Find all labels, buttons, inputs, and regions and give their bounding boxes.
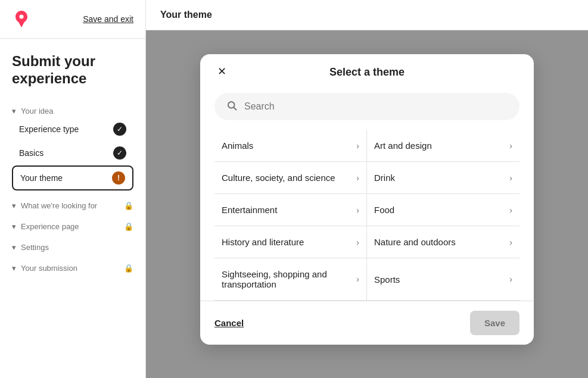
search-icon — [226, 100, 237, 113]
nav-section-header-settings[interactable]: ▾ Settings — [12, 243, 133, 252]
theme-item-drink[interactable]: Drink › — [367, 162, 519, 194]
chevron-icon-settings: ▾ — [12, 243, 16, 252]
theme-item-sports[interactable]: Sports › — [367, 258, 519, 301]
select-theme-modal: ✕ Select a theme — [200, 54, 534, 345]
main-content: ✕ Select a theme — [146, 30, 588, 378]
nav-section-label-experience-page: Experience page — [21, 222, 79, 231]
main-header: Your theme — [146, 0, 588, 30]
theme-item-culture-society-science[interactable]: Culture, society, and science › — [214, 162, 367, 194]
modal-body: Animals › Art and design › Culture, soci… — [200, 130, 534, 301]
nav-section-experience-page: ▾ Experience page 🔒 — [0, 217, 145, 238]
theme-label-sports: Sports — [374, 274, 400, 285]
theme-label-art-and-design: Art and design — [374, 140, 432, 151]
nav-item-label-experience-type: Experience type — [19, 124, 79, 134]
nav-section-label-settings: Settings — [21, 243, 49, 252]
chevron-right-icon-animals: › — [356, 141, 359, 151]
theme-label-sightseeing: Sightseeing, shopping and transportation — [222, 269, 356, 289]
nav-item-label-your-theme: Your theme — [20, 173, 63, 183]
chevron-icon: ▾ — [12, 107, 16, 115]
nav-section-settings: ▾ Settings — [0, 238, 145, 259]
chevron-right-icon-nature: › — [509, 238, 512, 247]
lock-icon-experience-page: 🔒 — [124, 222, 133, 231]
modal-header: ✕ Select a theme — [200, 54, 534, 88]
lock-icon-your-submission: 🔒 — [124, 264, 133, 273]
theme-label-entertainment: Entertainment — [222, 205, 277, 215]
check-icon-basics: ✓ — [113, 146, 126, 160]
chevron-right-icon-sightseeing: › — [356, 274, 359, 284]
theme-item-food[interactable]: Food › — [367, 194, 519, 226]
theme-label-nature-and-outdoors: Nature and outdoors — [374, 237, 456, 247]
nav-section-header-looking-for[interactable]: ▾ What we're looking for 🔒 — [12, 201, 133, 210]
save-button[interactable]: Save — [470, 311, 519, 335]
chevron-icon-experience-page: ▾ — [12, 222, 16, 231]
chevron-icon-your-submission: ▾ — [12, 264, 16, 273]
check-icon-experience-type: ✓ — [113, 123, 126, 136]
theme-label-animals: Animals — [222, 140, 253, 151]
nav-section-header-your-submission[interactable]: ▾ Your submission 🔒 — [12, 264, 133, 273]
chevron-right-icon-sports: › — [509, 274, 512, 284]
sidebar-navigation: ▾ Your idea Experience type ✓ Basics ✓ Y… — [0, 97, 145, 378]
nav-section-your-idea: ▾ Your idea Experience type ✓ Basics ✓ Y… — [0, 102, 145, 196]
nav-item-basics[interactable]: Basics ✓ — [12, 142, 133, 164]
theme-label-drink: Drink — [374, 173, 395, 183]
page-title: Submit your experience — [12, 53, 133, 88]
theme-item-sightseeing[interactable]: Sightseeing, shopping and transportation… — [214, 258, 367, 301]
main-area: Your theme ✕ Select a theme — [146, 0, 588, 378]
save-and-exit-button[interactable]: Save and exit — [83, 14, 133, 24]
warning-icon-your-theme: ! — [112, 171, 125, 185]
modal-footer: Cancel Save — [200, 301, 534, 345]
theme-label-food: Food — [374, 205, 394, 215]
modal-title: Select a theme — [329, 66, 405, 79]
nav-section-header-your-idea[interactable]: ▾ Your idea — [12, 107, 133, 115]
chevron-right-icon-entertainment: › — [356, 205, 359, 215]
airbnb-logo — [12, 10, 31, 29]
theme-grid: Animals › Art and design › Culture, soci… — [214, 130, 519, 301]
sidebar: Save and exit Submit your experience ▾ Y… — [0, 0, 146, 378]
nav-item-experience-type[interactable]: Experience type ✓ — [12, 118, 133, 140]
svg-line-1 — [234, 107, 236, 110]
nav-item-label-basics: Basics — [19, 148, 43, 158]
nav-section-header-experience-page[interactable]: ▾ Experience page 🔒 — [12, 222, 133, 231]
nav-section-label-your-idea: Your idea — [21, 107, 53, 115]
search-container — [200, 88, 534, 130]
theme-label-culture-society-science: Culture, society, and science — [222, 173, 335, 183]
chevron-right-icon-art-and-design: › — [509, 141, 512, 151]
nav-item-your-theme[interactable]: Your theme ! — [12, 165, 133, 190]
sidebar-header: Save and exit — [0, 0, 145, 39]
theme-item-entertainment[interactable]: Entertainment › — [214, 194, 367, 226]
chevron-right-icon-food: › — [509, 205, 512, 215]
theme-item-history-and-literature[interactable]: History and literature › — [214, 226, 367, 258]
nav-section-label-your-submission: Your submission — [21, 264, 77, 273]
cancel-button[interactable]: Cancel — [214, 318, 244, 328]
search-box — [214, 93, 519, 120]
theme-item-nature-and-outdoors[interactable]: Nature and outdoors › — [367, 226, 519, 258]
theme-item-art-and-design[interactable]: Art and design › — [367, 130, 519, 162]
search-input[interactable] — [244, 101, 508, 112]
nav-section-label-looking-for: What we're looking for — [21, 201, 97, 210]
modal-close-button[interactable]: ✕ — [212, 62, 231, 81]
lock-icon-looking-for: 🔒 — [124, 201, 133, 210]
theme-item-animals[interactable]: Animals › — [214, 130, 367, 162]
nav-section-your-submission: ▾ Your submission 🔒 — [0, 259, 145, 280]
main-header-title: Your theme — [160, 10, 574, 20]
chevron-right-icon-history: › — [356, 238, 359, 247]
chevron-right-icon-culture: › — [356, 173, 359, 183]
chevron-icon-looking-for: ▾ — [12, 201, 16, 210]
page-title-section: Submit your experience — [0, 39, 145, 97]
nav-section-what-were-looking-for: ▾ What we're looking for 🔒 — [0, 196, 145, 217]
theme-label-history-and-literature: History and literature — [222, 237, 304, 247]
chevron-right-icon-drink: › — [509, 173, 512, 183]
